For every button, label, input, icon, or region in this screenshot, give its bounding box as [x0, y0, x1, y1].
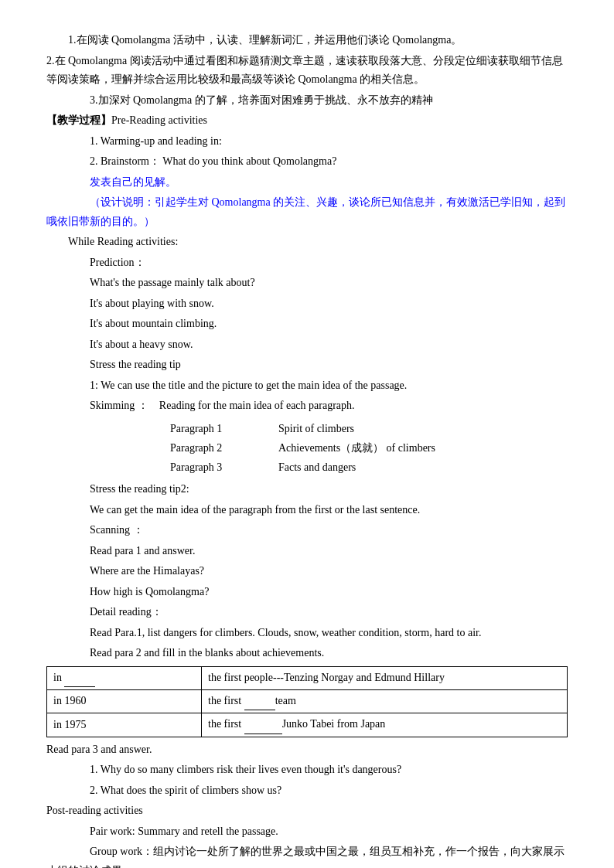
main-content: 1.在阅读 Qomolangma 活动中，认读、理解新词汇，并运用他们谈论 Qo…: [46, 31, 568, 868]
table-cell-3-2: the first Junko Tabei from Japan: [202, 713, 568, 737]
pre-reading-label: Pre-Reading activities: [111, 114, 207, 126]
skimming-header: Skimming ： Reading for the main idea of …: [46, 397, 568, 416]
answer2: It's about mountain climbing.: [46, 315, 568, 334]
read-para1: Read para 1 and answer.: [46, 542, 568, 561]
pair-work: Pair work: Summary and retell the passag…: [46, 822, 568, 842]
q-what: 2. What does the spirit of climbers show…: [46, 781, 568, 801]
group-work: Group work：组内讨论一处所了解的世界之最或中国之最，组员互相补充，作一…: [46, 842, 568, 868]
achievements-table: in the first people---Tenzing Norgay and…: [46, 666, 568, 737]
table-row-2: in 1960 the first team: [47, 689, 568, 713]
para2-label: Paragraph 2: [170, 438, 278, 458]
para1-value: Spirit of climbers: [278, 419, 568, 438]
scanning-label: Scanning ：: [46, 521, 568, 540]
bracket-label: 【教学过程】: [46, 114, 111, 126]
table-cell-1-2: the first people---Tenzing Norgay and Ed…: [202, 666, 568, 689]
read-para1-detail: Read Para.1, list dangers for climbers. …: [46, 624, 568, 643]
prediction: Prediction：: [46, 254, 568, 273]
warmup-line: 1. Warming-up and leading in:: [46, 132, 568, 151]
table-cell-2-1: in 1960: [47, 689, 202, 713]
skimming-row-2: Paragraph 2 Achievements（成就） of climbers: [170, 438, 568, 458]
stress-tip: Stress the reading tip: [46, 356, 568, 375]
while-reading: While Reading activities:: [46, 233, 568, 252]
brainstorm-line: 2. Brainstorm： What do you think about Q…: [46, 152, 568, 172]
tip1: 1: We can use the title and the picture …: [46, 376, 568, 396]
read-para3: Read para 3 and answer.: [46, 740, 568, 760]
answer3: It's about a heavy snow.: [46, 335, 568, 355]
skimming-row-3: Paragraph 3 Facts and dangers: [170, 458, 568, 477]
skimming-table: Paragraph 1 Spirit of climbers Paragraph…: [170, 419, 568, 478]
detail-reading: Detail reading：: [46, 603, 568, 622]
skimming-row-1: Paragraph 1 Spirit of climbers: [170, 419, 568, 438]
read-para2: Read para 2 and fill in the blanks about…: [46, 644, 568, 663]
table-cell-2-2: the first team: [202, 689, 568, 713]
line-3: 3.加深对 Qomolangma 的了解，培养面对困难勇于挑战、永不放弃的精神: [46, 91, 568, 111]
how-high-q: How high is Qomolangma?: [46, 583, 568, 602]
table-cell-1-1: in: [47, 666, 202, 689]
tip2-text: We can get the main idea of the paragrap…: [46, 501, 568, 520]
stress-tip2: Stress the reading tip2:: [46, 480, 568, 499]
line-2: 2.在 Qomolangma 阅读活动中通过看图和标题猜测文章主题，速读获取段落…: [46, 52, 568, 90]
express-line: 发表自己的见解。: [46, 173, 568, 192]
para3-label: Paragraph 3: [170, 458, 278, 477]
para3-value: Facts and dangers: [278, 458, 568, 477]
line-1: 1.在阅读 Qomolangma 活动中，认读、理解新词汇，并运用他们谈论 Qo…: [46, 31, 568, 50]
post-reading: Post-reading activities: [46, 802, 568, 821]
design-note: （设计说明：引起学生对 Qomolangma 的关注、兴趣，谈论所已知信息并，有…: [46, 193, 568, 231]
q-why: 1. Why do so many climbers risk their li…: [46, 761, 568, 780]
where-q: Where are the Himalayas?: [46, 562, 568, 581]
table-row-3: in 1975 the first Junko Tabei from Japan: [47, 713, 568, 737]
question1: What's the passage mainly talk about?: [46, 274, 568, 293]
table-row-1: in the first people---Tenzing Norgay and…: [47, 666, 568, 689]
para2-value: Achievements（成就） of climbers: [278, 438, 568, 458]
answer1: It's about playing with snow.: [46, 294, 568, 314]
bracket-pre-reading: 【教学过程】Pre-Reading activities: [46, 111, 568, 131]
para1-label: Paragraph 1: [170, 419, 278, 438]
table-cell-3-1: in 1975: [47, 713, 202, 737]
